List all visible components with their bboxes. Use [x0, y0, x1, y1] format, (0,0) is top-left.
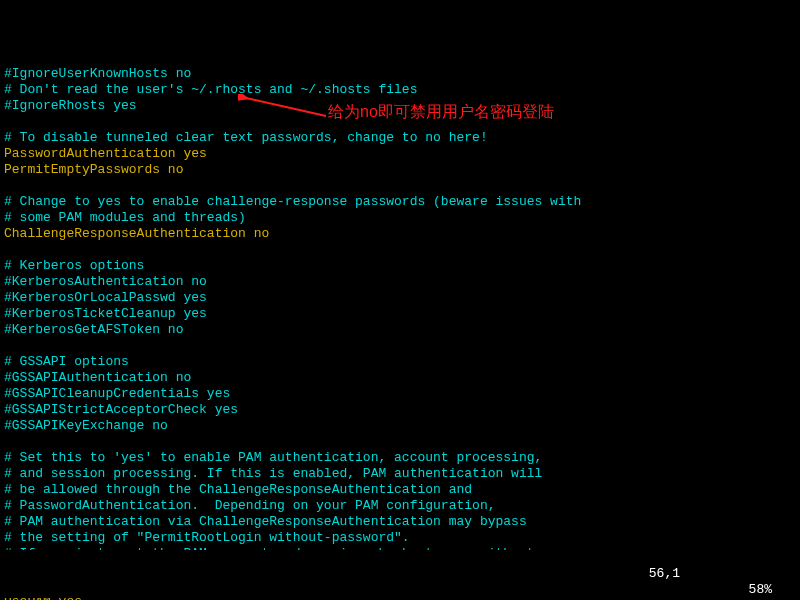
config-line: # the setting of "PermitRootLogin withou… — [4, 530, 796, 546]
config-line: # PAM authentication via ChallengeRespon… — [4, 514, 796, 530]
config-line: # Change to yes to enable challenge-resp… — [4, 194, 796, 210]
config-line — [4, 242, 796, 258]
config-line: # be allowed through the ChallengeRespon… — [4, 482, 796, 498]
vim-status-bar: 56,1 58% — [0, 550, 800, 598]
config-line: # some PAM modules and threads) — [4, 210, 796, 226]
config-line: # Kerberos options — [4, 258, 796, 274]
config-line: #GSSAPIKeyExchange no — [4, 418, 796, 434]
config-line — [4, 338, 796, 354]
config-line: # Set this to 'yes' to enable PAM authen… — [4, 450, 796, 466]
config-line — [4, 178, 796, 194]
config-line: # PasswordAuthentication. Depending on y… — [4, 498, 796, 514]
config-line: #KerberosTicketCleanup yes — [4, 306, 796, 322]
terminal-editor[interactable]: #IgnoreUserKnownHosts no# Don't read the… — [4, 66, 796, 600]
config-line — [4, 434, 796, 450]
config-line: # To disable tunneled clear text passwor… — [4, 130, 796, 146]
config-line: ChallengeResponseAuthentication no — [4, 226, 796, 242]
config-line: #KerberosOrLocalPasswd yes — [4, 290, 796, 306]
config-line: # GSSAPI options — [4, 354, 796, 370]
config-line: PasswordAuthentication yes — [4, 146, 796, 162]
config-line: #KerberosAuthentication no — [4, 274, 796, 290]
config-line: #GSSAPICleanupCredentials yes — [4, 386, 796, 402]
config-line: #GSSAPIAuthentication no — [4, 370, 796, 386]
config-line: # Don't read the user's ~/.rhosts and ~/… — [4, 82, 796, 98]
scroll-percent: 58% — [749, 582, 772, 598]
config-line: #KerberosGetAFSToken no — [4, 322, 796, 338]
config-line: #GSSAPIStrictAcceptorCheck yes — [4, 402, 796, 418]
config-line: #IgnoreUserKnownHosts no — [4, 66, 796, 82]
annotation-text: 给为no即可禁用用户名密码登陆 — [328, 104, 554, 120]
config-line: PermitEmptyPasswords no — [4, 162, 796, 178]
config-line: # and session processing. If this is ena… — [4, 466, 796, 482]
cursor-position: 56,1 — [649, 566, 680, 582]
